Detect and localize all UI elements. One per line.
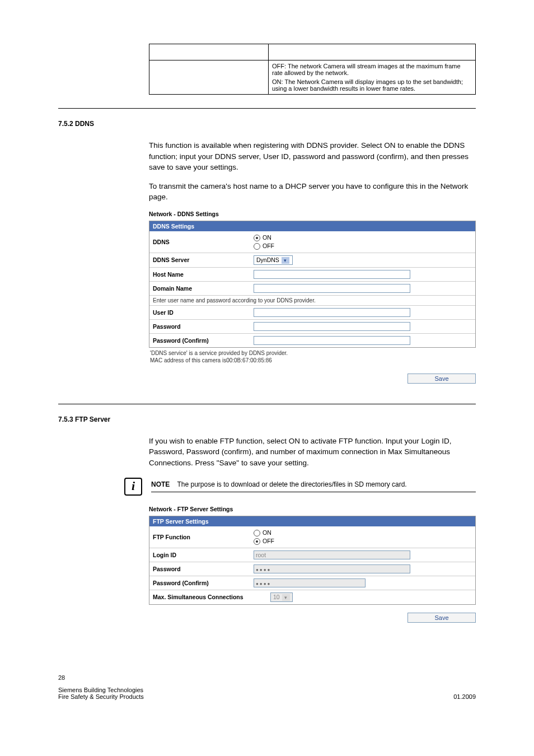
footer-company: Siemens Building Technologies — [58, 687, 143, 693]
chevron-down-icon: ▾ — [282, 257, 289, 264]
ftp-panel-header: FTP Server Settings — [149, 516, 475, 526]
ftp-password-confirm-input[interactable]: ●●●● — [254, 578, 366, 587]
ftp-password-label: Password — [153, 566, 254, 572]
radio-selected-icon — [254, 235, 260, 241]
user-id-label: User ID — [153, 309, 254, 316]
ftp-paragraph-1: If you wish to enable FTP function, sele… — [149, 436, 476, 469]
ftp-off-radio[interactable]: OFF — [254, 537, 472, 545]
ddns-password-confirm-label: Password (Confirm) — [153, 337, 254, 344]
ddns-on-radio[interactable]: ON — [254, 234, 472, 242]
ddns-paragraph-1: This function is available when register… — [149, 140, 476, 173]
ddns-password-label: Password — [153, 323, 254, 330]
bandwidth-table: OFF: The network Camera will stream imag… — [149, 44, 476, 95]
ddns-screenshot: Network - DDNS Settings DDNS Settings DD… — [149, 211, 476, 384]
ddns-label: DDNS — [153, 239, 254, 245]
section-divider — [58, 404, 476, 404]
section-heading-ddns: 7.5.2 DDNS — [58, 120, 94, 128]
ddns-off-radio[interactable]: OFF — [254, 242, 472, 250]
ddns-panel-header: DDNS Settings — [149, 221, 475, 231]
ftp-save-button[interactable]: Save — [407, 613, 476, 623]
radio-unselected-icon — [254, 243, 260, 250]
ddns-screenshot-title: Network - DDNS Settings — [149, 211, 476, 217]
user-id-input[interactable] — [254, 308, 410, 317]
max-connections-select[interactable]: 10▾ — [270, 592, 293, 602]
section-divider — [58, 108, 476, 109]
ftp-password-input[interactable]: ●●●● — [254, 564, 410, 573]
ddns-server-label: DDNS Server — [153, 256, 254, 263]
ddns-save-button[interactable]: Save — [407, 374, 476, 384]
domain-name-input[interactable] — [254, 284, 410, 293]
radio-selected-icon — [254, 538, 260, 545]
ddns-footnote: 'DDNS service' is a service provided by … — [149, 348, 476, 366]
ftp-screenshot: Network - FTP Server Settings FTP Server… — [149, 506, 476, 623]
chevron-down-icon: ▾ — [282, 594, 290, 601]
ftp-screenshot-title: Network - FTP Server Settings — [149, 506, 476, 512]
ddns-paragraph-2: To transmit the camera's host name to a … — [149, 181, 476, 203]
max-connections-label: Max. Simultaneous Connections — [153, 594, 270, 600]
host-name-input[interactable] — [254, 270, 410, 279]
host-name-label: Host Name — [153, 271, 254, 278]
domain-name-label: Domain Name — [153, 285, 254, 292]
ftp-function-label: FTP Function — [153, 534, 254, 540]
section-heading-ftp: 7.5.3 FTP Server — [58, 416, 110, 423]
ddns-note: Enter user name and password according t… — [149, 295, 475, 305]
ddns-password-confirm-input[interactable] — [254, 336, 410, 345]
footer-date: 01.2009 — [453, 693, 476, 700]
table-row-desc: OFF: The network Camera will stream imag… — [269, 60, 476, 95]
info-icon: i — [124, 478, 142, 496]
ftp-on-radio[interactable]: ON — [254, 529, 472, 537]
note-text: The purpose is to download or delete the… — [177, 480, 406, 488]
page-footer: 28 Siemens Building Technologies Fire Sa… — [58, 674, 476, 700]
note-label: NOTE — [151, 480, 170, 488]
footer-division: Fire Safety & Security Products — [58, 693, 144, 700]
login-id-input[interactable]: root — [254, 550, 410, 559]
ftp-password-confirm-label: Password (Confirm) — [153, 580, 254, 586]
ddns-server-select[interactable]: DynDNS▾ — [254, 255, 293, 265]
table-row-label — [149, 60, 269, 95]
radio-unselected-icon — [254, 530, 260, 536]
ddns-password-input[interactable] — [254, 322, 410, 331]
page-number: 28 — [58, 674, 476, 681]
login-id-label: Login ID — [153, 552, 254, 558]
